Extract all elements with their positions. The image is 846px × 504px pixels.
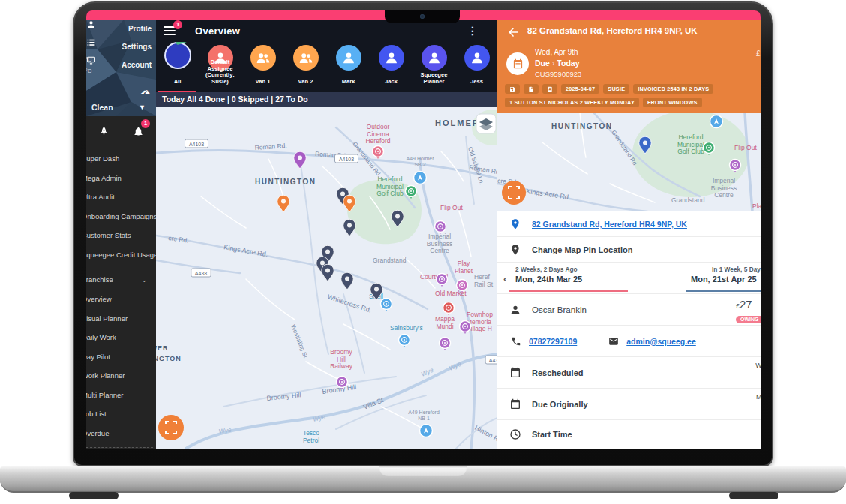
webcam xyxy=(420,14,424,19)
location-pin-icon xyxy=(509,218,521,230)
job-tag[interactable]: SUSIE xyxy=(603,84,629,94)
overflow-menu-icon[interactable]: ⋮ xyxy=(467,27,478,34)
poi-marker xyxy=(710,116,723,128)
blueberry-icon xyxy=(164,42,191,69)
road-badge: A4103 xyxy=(185,140,208,148)
save-chip[interactable] xyxy=(505,84,520,94)
sidebar-item-job-list[interactable]: Job List xyxy=(86,404,156,424)
rescheduled-row[interactable]: Rescheduled Wed, Apr 9thToday xyxy=(497,357,760,388)
svg-text:A43: A43 xyxy=(489,358,497,363)
clock-icon xyxy=(509,428,521,440)
hamburger-menu-button[interactable]: 1 xyxy=(164,26,176,35)
person-avatar-icon xyxy=(422,45,447,70)
filter-label: Squeegee Planner xyxy=(411,72,457,85)
sidebar-item-overview[interactable]: Overview xyxy=(86,290,156,309)
contact-book-chip[interactable] xyxy=(542,84,557,94)
job-due: Due›Today xyxy=(535,58,580,68)
map-layers-button[interactable] xyxy=(476,114,496,134)
laptop-foot xyxy=(729,492,778,500)
filter-jess[interactable]: Jess xyxy=(455,42,498,92)
sidebar-item-clean[interactable]: Clean ▼ xyxy=(86,103,156,112)
map-label: ImperialBusinessCentre xyxy=(427,232,453,254)
filter-van[interactable]: Van 2 xyxy=(284,42,327,92)
job-price-partial: £ xyxy=(756,50,760,58)
sidebar-item-work-planner[interactable]: Work Planner xyxy=(86,366,156,386)
filter-mark[interactable]: Mark xyxy=(327,42,370,92)
sidebar-item-settings[interactable]: Settings xyxy=(86,38,156,56)
profile-label: Profile xyxy=(128,25,152,33)
address-link[interactable]: 82 Grandstand Rd, Hereford HR4 9NP, UK xyxy=(532,220,687,229)
person-icon xyxy=(86,20,96,29)
sidebar-item-day-pilot[interactable]: Day Pilot xyxy=(86,347,156,367)
chevron-left-icon[interactable]: ‹ xyxy=(503,273,506,284)
customer-balance: £27 OWING xyxy=(736,298,760,324)
filter-squeegee[interactable]: Squeegee Planner xyxy=(412,42,455,92)
filter-label: Mark xyxy=(326,79,371,86)
previous-visit[interactable]: 2 Weeks, 2 Days Ago Mon, 24th Mar 25 xyxy=(515,266,582,284)
sidebar-account-section: Profile Settings Account 5°C 4°C ☁✓ xyxy=(86,20,156,116)
email-link[interactable]: admin@squeeg.ee xyxy=(626,337,696,346)
map-label: HUNTINGTON xyxy=(551,122,612,130)
cloud-sync-icon[interactable]: ☁✓ xyxy=(140,86,150,95)
calendar-icon xyxy=(509,398,521,410)
address-link-row[interactable]: 82 Grandstand Rd, Hereford HR4 9NP, UK xyxy=(497,212,760,237)
sidebar-item-squeegee-credit-usage[interactable]: Squeegee Credit Usage xyxy=(86,245,156,265)
road-badge: A43 xyxy=(485,356,497,364)
filter-jack[interactable]: Jack xyxy=(370,42,412,92)
map-label: HerefordMunicipalGolf Club xyxy=(677,134,704,155)
map-label: MappaMundi xyxy=(435,315,454,330)
calendar-icon xyxy=(512,58,524,70)
appointment-date-nav: ‹ 2 Weeks, 2 Days Ago Mon, 24th Mar 25 I… xyxy=(497,262,760,294)
sidebar-item-daily-work[interactable]: Daily Work xyxy=(86,328,156,347)
road-badge: A4103 xyxy=(335,154,358,163)
due-originally-row[interactable]: Due Originally Mon, Apr 7th2 days ago xyxy=(497,388,760,420)
laptop-foot xyxy=(69,492,118,500)
sidebar-item-onboarding-campaigns[interactable]: Onboarding Campaigns xyxy=(86,207,156,226)
start-time-row[interactable]: Start Time xyxy=(497,420,760,448)
sidebar-end-divider xyxy=(86,447,153,448)
person-avatar-icon xyxy=(336,45,362,70)
sidebar-item-visual-planner[interactable]: Visual Planner xyxy=(86,309,156,328)
sidebar-item-overdue[interactable]: Overdue xyxy=(86,424,156,443)
sidebar-icon-row: 1 xyxy=(86,116,156,146)
job-mini-map[interactable]: HUNTINGTONGrandstand Rd.HerefordMunicipa… xyxy=(497,112,760,212)
map-label: OutdoorCinemaHereford xyxy=(365,123,390,145)
phone-link[interactable]: 07827297109 xyxy=(529,337,577,346)
job-tag[interactable]: INVOICED 2543 IN 2 DAYS xyxy=(633,84,713,94)
job-tag[interactable]: 1 SUTTON ST NICHOLAS 2 WEEKLY MONDAY xyxy=(505,98,639,107)
sidebar-item-ultra-audit[interactable]: Ultra Audit xyxy=(86,188,156,207)
job-date: Wed, Apr 9th xyxy=(535,48,578,56)
sidebar-item-multi-planner[interactable]: Multi Planner xyxy=(86,386,156,405)
job-tag[interactable]: FRONT WINDOWS xyxy=(643,98,702,107)
laptop-lid-scoop xyxy=(379,466,467,476)
job-tag[interactable]: 2025-04-07 xyxy=(561,84,599,94)
rocket-icon[interactable] xyxy=(98,126,110,137)
back-arrow-icon[interactable] xyxy=(506,26,520,39)
filter-van[interactable]: Van 1 xyxy=(242,42,284,92)
phone-icon xyxy=(511,336,521,346)
filter-label: Van 1 xyxy=(240,79,286,86)
weather-temps: 5°C 4°C xyxy=(86,54,92,76)
sidebar-item-account[interactable]: Account xyxy=(86,56,156,74)
sidebar-item-customer-stats[interactable]: Customer Stats xyxy=(86,226,156,245)
person-avatar-icon xyxy=(464,45,490,70)
sidebar-item-mega-admin[interactable]: Mega Admin xyxy=(86,169,156,188)
filter-all[interactable]: All xyxy=(156,42,199,92)
previous-visit-relative: 2 Weeks, 2 Days Ago xyxy=(515,266,582,273)
main-map[interactable]: Roman Rd.Roman Rd.Roman Rd.OutdoorCinema… xyxy=(156,106,497,448)
next-visit[interactable]: In 1 Week, 5 Days Mon, 21st Apr 25 xyxy=(691,266,760,284)
sidebar-item-franchise[interactable]: Franchise ⌄ xyxy=(86,270,156,290)
filter-default[interactable]: Default Assignee (Currently: Susie) xyxy=(199,42,242,92)
document-chip[interactable] xyxy=(524,84,538,94)
map-fullscreen-button[interactable] xyxy=(158,415,184,440)
laptop-base xyxy=(0,466,846,493)
owing-badge: OWING xyxy=(736,316,760,323)
sidebar-item-profile[interactable]: Profile xyxy=(86,20,156,38)
start-time-label: Start Time xyxy=(532,430,572,439)
customer-row[interactable]: Oscar Brankin £27 OWING xyxy=(497,294,760,326)
svg-text:A4103: A4103 xyxy=(189,142,204,147)
minimap-expand-button[interactable] xyxy=(502,181,526,205)
change-pin-row[interactable]: Change Map Pin Location xyxy=(497,237,760,262)
sidebar-item-super-dash[interactable]: Super Dash xyxy=(86,149,156,169)
previous-visit-date: Mon, 24th Mar 25 xyxy=(515,274,582,284)
